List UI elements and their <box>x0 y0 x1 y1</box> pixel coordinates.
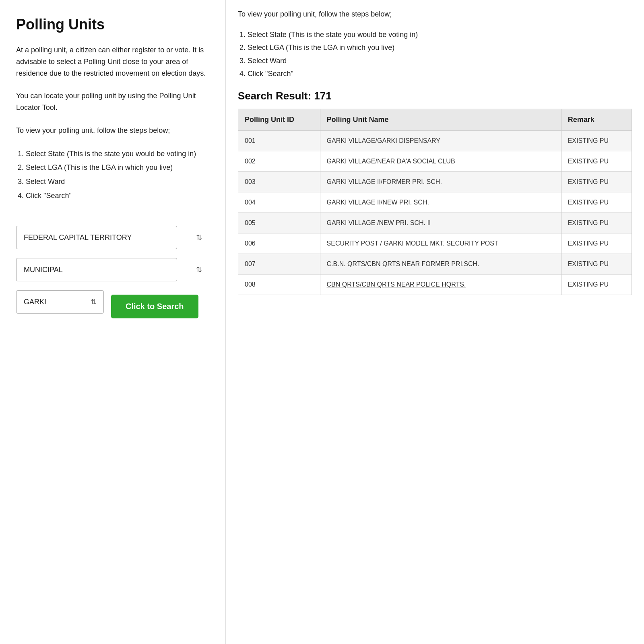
cell-remark: EXISTING PU <box>561 274 632 295</box>
table-row: 004GARKI VILLAGE II/NEW PRI. SCH.EXISTIN… <box>238 192 632 213</box>
cell-name: GARKI VILLAGE /NEW PRI. SCH. II <box>320 213 561 233</box>
lga-select[interactable]: MUNICIPAL <box>16 258 177 281</box>
intro-paragraph-1: At a polling unit, a citizen can either … <box>16 44 209 79</box>
cell-name: GARKI VILLAGE/GARKI DISPENSARY <box>320 130 561 151</box>
table-row: 003GARKI VILLAGE II/FORMER PRI. SCH.EXIS… <box>238 171 632 192</box>
table-row: 002GARKI VILLAGE/NEAR DA'A SOCIAL CLUBEX… <box>238 151 632 171</box>
form-section: FEDERAL CAPITAL TERRITORY ⇅ MUNICIPAL ⇅ … <box>16 226 209 322</box>
results-table: Polling Unit ID Polling Unit Name Remark… <box>238 109 632 295</box>
page-title: Polling Units <box>16 16 209 33</box>
cell-name: C.B.N. QRTS/CBN QRTS NEAR FORMER PRI.SCH… <box>320 254 561 274</box>
cell-id: 001 <box>238 130 320 151</box>
ward-row: GARKI ⇅ Click to Search <box>16 290 209 322</box>
intro-paragraph-3: To view your polling unit, follow the st… <box>16 125 209 136</box>
table-row: 006SECURITY POST / GARKI MODEL MKT. SECU… <box>238 233 632 254</box>
table-row: 008CBN QRTS/CBN QRTS NEAR POLICE HQRTS.E… <box>238 274 632 295</box>
search-result-heading: Search Result: 171 <box>238 90 632 102</box>
instructions-text: To view your polling unit, follow the st… <box>238 8 632 21</box>
cell-id: 007 <box>238 254 320 274</box>
cell-id: 008 <box>238 274 320 295</box>
cell-id: 002 <box>238 151 320 171</box>
instructions-list-right: Select State (This is the state you woul… <box>238 29 632 80</box>
table-row: 001GARKI VILLAGE/GARKI DISPENSARYEXISTIN… <box>238 130 632 151</box>
lga-select-arrow-icon: ⇅ <box>196 265 202 274</box>
step-1-left: Select State (This is the state you woul… <box>26 148 209 160</box>
cell-name: GARKI VILLAGE II/NEW PRI. SCH. <box>320 192 561 213</box>
col-header-remark: Remark <box>561 109 632 130</box>
ward-select[interactable]: GARKI <box>16 290 104 314</box>
state-select-arrow-icon: ⇅ <box>196 233 202 242</box>
cell-remark: EXISTING PU <box>561 151 632 171</box>
step-2-right: Select LGA (This is the LGA in which you… <box>248 41 632 54</box>
cell-remark: EXISTING PU <box>561 233 632 254</box>
table-row: 007C.B.N. QRTS/CBN QRTS NEAR FORMER PRI.… <box>238 254 632 274</box>
cell-remark: EXISTING PU <box>561 213 632 233</box>
cell-id: 005 <box>238 213 320 233</box>
cell-id: 003 <box>238 171 320 192</box>
cell-name: GARKI VILLAGE/NEAR DA'A SOCIAL CLUB <box>320 151 561 171</box>
step-4-left: Click "Search" <box>26 190 209 202</box>
cell-remark: EXISTING PU <box>561 192 632 213</box>
state-select[interactable]: FEDERAL CAPITAL TERRITORY <box>16 226 177 249</box>
step-4-right: Click "Search" <box>248 68 632 80</box>
cell-id: 004 <box>238 192 320 213</box>
state-select-wrapper: FEDERAL CAPITAL TERRITORY ⇅ <box>16 226 209 249</box>
steps-list-left: Select State (This is the state you woul… <box>16 148 209 202</box>
step-3-right: Select Ward <box>248 55 632 67</box>
step-2-left: Select LGA (This is the LGA in which you… <box>26 161 209 174</box>
col-header-id: Polling Unit ID <box>238 109 320 130</box>
cell-name: SECURITY POST / GARKI MODEL MKT. SECURIT… <box>320 233 561 254</box>
step-1-right: Select State (This is the state you woul… <box>248 29 632 41</box>
col-header-name: Polling Unit Name <box>320 109 561 130</box>
cell-remark: EXISTING PU <box>561 130 632 151</box>
cell-id: 006 <box>238 233 320 254</box>
ward-select-wrapper: GARKI ⇅ <box>16 290 104 314</box>
search-button[interactable]: Click to Search <box>111 295 198 318</box>
step-3-left: Select Ward <box>26 175 209 188</box>
cell-name: CBN QRTS/CBN QRTS NEAR POLICE HQRTS. <box>320 274 561 295</box>
cell-remark: EXISTING PU <box>561 254 632 274</box>
intro-paragraph-2: You can locate your polling unit by usin… <box>16 90 209 114</box>
cell-remark: EXISTING PU <box>561 171 632 192</box>
cell-name: GARKI VILLAGE II/FORMER PRI. SCH. <box>320 171 561 192</box>
table-header-row: Polling Unit ID Polling Unit Name Remark <box>238 109 632 130</box>
table-row: 005GARKI VILLAGE /NEW PRI. SCH. IIEXISTI… <box>238 213 632 233</box>
lga-select-wrapper: MUNICIPAL ⇅ <box>16 258 209 281</box>
